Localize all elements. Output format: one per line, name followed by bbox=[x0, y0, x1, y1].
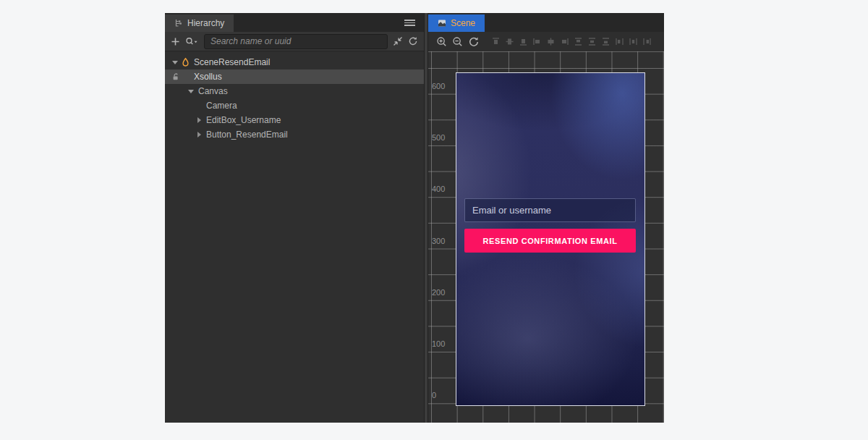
expand-arrow-icon[interactable] bbox=[197, 113, 201, 127]
ruler-label: 300 bbox=[432, 237, 454, 245]
ruler-label: 200 bbox=[432, 288, 454, 297]
design-canvas[interactable]: RESEND CONFIRMATION EMAIL bbox=[456, 72, 645, 406]
expand-arrow-icon[interactable] bbox=[197, 127, 201, 142]
distribute-vcenter-icon bbox=[587, 37, 597, 46]
align-top-icon bbox=[491, 37, 501, 46]
distribute-left-icon bbox=[615, 37, 624, 46]
reset-view-icon[interactable] bbox=[468, 36, 480, 48]
distribute-top-icon bbox=[574, 37, 583, 46]
scene-viewport[interactable]: 600 500 400 300 200 100 0 RESEND CONFIRM… bbox=[428, 51, 664, 423]
distribute-right-icon bbox=[642, 37, 652, 46]
ruler-label: 0 bbox=[432, 391, 454, 399]
tree-item-camera[interactable]: Camera bbox=[165, 98, 424, 113]
tab-hierarchy[interactable]: Hierarchy bbox=[165, 14, 234, 32]
scene-toolbar bbox=[428, 32, 664, 51]
align-hcenter-icon bbox=[546, 37, 556, 46]
collapse-arrow-icon[interactable] bbox=[188, 84, 194, 98]
search-filter-icon[interactable] bbox=[185, 37, 199, 46]
tree-item-scene-root[interactable]: SceneResendEmail bbox=[165, 55, 424, 69]
panel-menu-icon[interactable] bbox=[404, 20, 415, 26]
refresh-icon[interactable] bbox=[408, 36, 418, 46]
tree-item-editbox-username[interactable]: EditBox_Username bbox=[165, 113, 424, 127]
tree-item-label: Canvas bbox=[198, 84, 228, 98]
hierarchy-tree-icon bbox=[174, 19, 183, 28]
resend-confirmation-email-button[interactable]: RESEND CONFIRMATION EMAIL bbox=[464, 229, 636, 253]
align-right-icon bbox=[560, 37, 569, 46]
hierarchy-toolbar bbox=[165, 32, 424, 51]
ruler-label: 100 bbox=[432, 339, 454, 348]
tab-scene[interactable]: Scene bbox=[428, 14, 485, 32]
align-vcenter-icon bbox=[505, 37, 514, 46]
ruler-label: 600 bbox=[432, 82, 454, 90]
zoom-in-icon[interactable] bbox=[436, 36, 448, 48]
hierarchy-panel: Hierarchy bbox=[165, 13, 424, 423]
ruler-label: 400 bbox=[432, 185, 454, 193]
email-username-field[interactable] bbox=[464, 198, 636, 222]
scene-tab-icon bbox=[438, 19, 446, 28]
editor-window: Hierarchy bbox=[165, 13, 664, 423]
collapse-arrow-icon[interactable] bbox=[172, 55, 178, 69]
search-input[interactable] bbox=[204, 34, 388, 49]
tree-item-button-resendemail[interactable]: Button_ResendEmail bbox=[165, 127, 424, 142]
collapse-all-icon[interactable] bbox=[393, 36, 403, 46]
align-bottom-icon bbox=[519, 37, 528, 46]
distribute-hcenter-icon bbox=[629, 37, 638, 46]
scene-file-icon bbox=[182, 55, 190, 69]
zoom-out-icon[interactable] bbox=[452, 36, 464, 48]
hierarchy-tree: SceneResendEmail Xsollus Canvas Camera bbox=[165, 51, 424, 423]
add-node-icon[interactable] bbox=[171, 37, 180, 46]
hierarchy-tabstrip: Hierarchy bbox=[165, 13, 424, 32]
tree-item-label: EditBox_Username bbox=[206, 113, 281, 127]
tree-item-label: Xsollus bbox=[194, 69, 222, 84]
tab-scene-label: Scene bbox=[451, 18, 475, 28]
desktop-background: Hierarchy bbox=[0, 0, 868, 440]
tab-hierarchy-label: Hierarchy bbox=[187, 18, 224, 28]
tree-item-label: Button_ResendEmail bbox=[206, 127, 288, 142]
ruler-label: 500 bbox=[432, 133, 454, 142]
scene-tabstrip: Scene bbox=[428, 13, 664, 32]
tree-item-label: Camera bbox=[206, 98, 237, 113]
unlock-icon[interactable] bbox=[171, 69, 180, 84]
scene-panel: Scene bbox=[428, 13, 664, 423]
tree-item-xsollus[interactable]: Xsollus bbox=[165, 69, 424, 84]
distribute-bottom-icon bbox=[601, 37, 610, 46]
align-left-icon bbox=[532, 37, 542, 46]
tree-item-canvas[interactable]: Canvas bbox=[165, 84, 424, 98]
tree-item-label: SceneResendEmail bbox=[194, 55, 270, 69]
